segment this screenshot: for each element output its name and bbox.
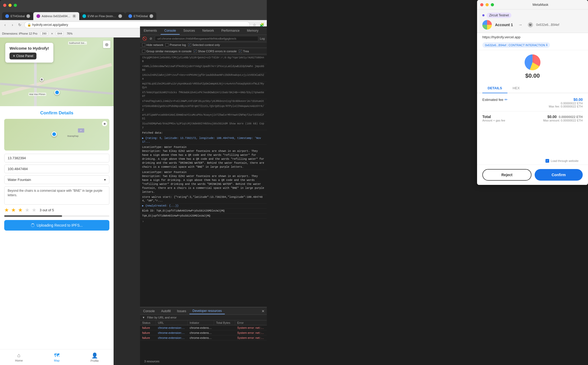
tab-console[interactable]: Console: [161, 27, 180, 35]
devtools-clear-button[interactable]: 🚫: [142, 36, 147, 41]
estimated-fee-values: $0.00 0.00000022 ETH Max fee: 0.00000022…: [549, 97, 583, 108]
zoom-selector[interactable]: 76%: [67, 32, 72, 35]
tab-ethglobal-2[interactable]: ETHGlobal ✕: [125, 12, 156, 20]
console-expand-2[interactable]: ▶ {newlyCreated: {...}}: [140, 204, 267, 209]
network-filter-bar: ▼ Filter by URL and error: [140, 315, 267, 320]
row-2-error: System error: net::ERR_BLOCKED_BY_CLIENT: [235, 335, 267, 340]
minimize-window-button[interactable]: [8, 4, 12, 7]
reload-button[interactable]: ↻: [17, 22, 23, 28]
metamask-site-url: https://hydrofy.vercel.app: [482, 35, 583, 39]
nav-map[interactable]: 🗺 Map: [38, 349, 76, 365]
dimensions-selector[interactable]: Dimensions: iPhone 12 Pro: [2, 32, 37, 35]
welcome-title: Welcome to Hydrofy!: [10, 46, 49, 50]
description-textarea[interactable]: Beyond the chairs is a commercial space …: [4, 186, 109, 205]
bottom-tab-console[interactable]: Console: [140, 308, 158, 314]
devtools-log-button[interactable]: Log: [260, 37, 265, 40]
nav-profile[interactable]: 👤 Profile: [76, 349, 114, 365]
forward-button[interactable]: ›: [10, 22, 15, 28]
cb-preserve-log[interactable]: Preserve log: [165, 43, 186, 46]
tab-evm[interactable]: EVM on Flow (testnet) a... ✕: [79, 12, 125, 20]
total-values: $0.00 0.00000022 ETH Max amount: 0.00000…: [543, 115, 583, 122]
titlebar: [0, 0, 267, 11]
confirm-button[interactable]: Confirm: [535, 169, 583, 181]
bottom-panel-close-button[interactable]: ✕: [262, 309, 265, 313]
close-panel-label: ✕ Close Panel: [13, 54, 33, 58]
tab-network[interactable]: Network: [199, 27, 218, 35]
tab-ethglobal-1[interactable]: ETHGlobal ✕: [2, 12, 33, 20]
cb-hide-network[interactable]: Hide network: [142, 43, 163, 46]
upload-button[interactable]: Uploading Record to IPFS...: [4, 220, 109, 231]
console-expand-arrow[interactable]: ›: [140, 219, 267, 224]
bottom-tab-devresources[interactable]: Developer resources: [189, 308, 225, 314]
console-line-2: 1XUJuIn0hZiWknjihPrzvuf+Xes+vVPKVHVjgfOr…: [140, 73, 267, 82]
mm-maximize-button[interactable]: [491, 3, 494, 6]
cb-selected-context[interactable]: ✓ Selected context only: [188, 43, 220, 46]
close-window-button[interactable]: [3, 4, 6, 7]
location-type-select[interactable]: Water Fountain ▾: [4, 175, 109, 184]
cb-treat[interactable]: ✓ Trea: [239, 50, 249, 53]
load-website-checkbox[interactable]: ✓: [545, 159, 549, 163]
mm-minimize-button[interactable]: [486, 3, 489, 6]
mm-close-button[interactable]: [480, 3, 483, 6]
bottom-tab-autofill[interactable]: Autofill: [158, 308, 174, 314]
close-panel-button[interactable]: ✕ Close Panel: [10, 53, 36, 59]
height-field[interactable]: 844: [56, 31, 63, 36]
devtools-filter-bar[interactable]: -url:chrome-extension://nkbihfbeogaeaoeh…: [155, 36, 258, 41]
tab-favicon-ethglobal-1: [5, 14, 9, 18]
tab-favicon-evm: [82, 14, 86, 18]
row-1-error: System error: net::ERR_BLOCKED_BY_CLIENT: [235, 330, 267, 335]
row-0-url[interactable]: chrome-extension://dlcobpjjigjpikoobohma…: [156, 325, 188, 330]
console-expand-1[interactable]: ▶ {rating: 5, latitude: 13.7392172, long…: [140, 136, 267, 145]
total-sublabel: Amount + gas fee: [482, 119, 505, 122]
tab-performance[interactable]: Performance: [218, 27, 243, 35]
metamask-titlebar: MetaMask: [477, 0, 588, 10]
row-2-url[interactable]: chrome-extension://pdgbckgdncnhihllonhnj…: [156, 335, 188, 340]
mm-tab-hex[interactable]: HEX: [507, 83, 525, 93]
longitude-input[interactable]: [4, 165, 109, 173]
locate-button[interactable]: ◎: [103, 41, 110, 48]
tab-memory[interactable]: Memory: [243, 27, 262, 35]
console-location-2: LocationType: Water Fountain Description…: [140, 170, 267, 195]
console-blob-id: Blob ID: TqH_EtjupfXT1dWkH8IU4wPrp5uS8iX…: [140, 209, 267, 214]
cb-preserve-log-box: [165, 43, 169, 46]
upload-spinner-icon: [31, 223, 35, 227]
latitude-input[interactable]: [4, 154, 109, 162]
stars-rating: ★ ★ ★ ★ ★ 3 out of 5: [4, 207, 109, 213]
metamask-account-row: Account 1 → M 0x632e6...B94ef: [482, 20, 583, 30]
row-1-url[interactable]: chrome-extension://pdgbckgdncnhib.../inj…: [156, 330, 188, 335]
tab-close-ethglobal-2[interactable]: ✕: [150, 14, 153, 18]
tab-sources[interactable]: Sources: [180, 27, 199, 35]
devtools-filter-button[interactable]: ⊘: [148, 36, 153, 41]
estimated-fee-label-row: Estimated fee ✏: [482, 97, 508, 102]
star-5[interactable]: ★: [32, 207, 36, 213]
star-2[interactable]: ★: [11, 207, 16, 213]
reject-button[interactable]: Reject: [482, 169, 531, 181]
console-fetched-label: Fetched data:: [140, 130, 267, 136]
tab-close-evm[interactable]: ✕: [118, 14, 122, 18]
star-1[interactable]: ★: [4, 207, 9, 213]
tab-address[interactable]: Address 0x632e69488E... ✕: [33, 12, 79, 20]
console-location-1: LocationType: Water Fountain Description…: [140, 145, 267, 170]
bottom-tab-issues[interactable]: Issues: [174, 308, 189, 314]
back-button[interactable]: ‹: [2, 22, 8, 28]
metamask-balance-area: $0.00: [477, 50, 588, 83]
tab-favicon-ethglobal-2: [128, 14, 132, 18]
cb-group-similar[interactable]: Group similar messages in console: [142, 50, 192, 53]
tab-elements[interactable]: Elements: [140, 27, 161, 35]
tab-close-address[interactable]: ✕: [72, 14, 76, 18]
tab-close-ethglobal-1[interactable]: ✕: [26, 14, 30, 18]
row-0-bytes: [214, 325, 235, 330]
cb-show-cors[interactable]: ✓ Show CORS errors in console: [194, 50, 237, 53]
estimated-fee-max: Max fee: 0.00000022 ETH: [549, 105, 583, 108]
filter-icon: ▼: [142, 316, 145, 319]
nav-home[interactable]: ⌂ Home: [0, 349, 38, 365]
maximize-window-button[interactable]: [14, 4, 17, 7]
metamask-pie-chart: [525, 54, 540, 70]
star-3[interactable]: ★: [18, 207, 23, 213]
star-4[interactable]: ★: [25, 207, 30, 213]
address-text: hydrofy.vercel.app/gallery: [32, 23, 68, 27]
mm-tab-details[interactable]: DETAILS: [482, 83, 507, 93]
resources-count: 3 resources: [142, 359, 161, 364]
edit-fee-icon[interactable]: ✏: [505, 97, 508, 102]
width-field[interactable]: 390: [40, 31, 48, 36]
